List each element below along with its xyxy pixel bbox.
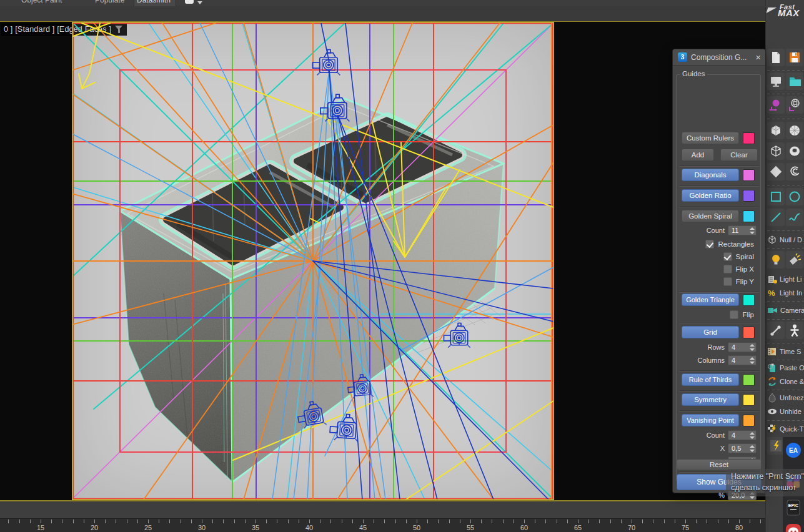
svg-text:EPIC: EPIC: [788, 503, 798, 508]
vp-count-spinner-row: Count 4: [707, 430, 757, 440]
toolbar-item-light-lister[interactable]: Light Li: [767, 273, 804, 285]
flip-checkbox-row[interactable]: Flip: [730, 310, 754, 319]
plane-icon[interactable]: [767, 163, 785, 180]
circle-shape-icon[interactable]: [786, 188, 803, 205]
vanishing-point-button[interactable]: Vanishing Point: [682, 414, 739, 426]
monitor-icon[interactable]: [767, 72, 785, 90]
save-floppy-icon[interactable]: [786, 49, 803, 66]
spinner-arrows-icon[interactable]: [750, 431, 755, 440]
toolbar-item-unfreeze[interactable]: Unfreez: [767, 392, 804, 404]
count-spinner[interactable]: 11: [728, 225, 757, 235]
custom-rulers-button[interactable]: Custom Rulers: [682, 132, 739, 144]
rule-of-thirds-button[interactable]: Rule of Thirds: [682, 373, 739, 386]
diagonals-button[interactable]: Diagonals: [682, 169, 739, 181]
timeline-tick: [438, 520, 439, 523]
spinner-arrows-icon[interactable]: [750, 343, 755, 352]
rectangles-checkbox-row[interactable]: Rectangles: [705, 240, 754, 249]
flip-x-checkbox[interactable]: [723, 265, 732, 273]
toolbar-item-unhide[interactable]: Unhide: [767, 405, 804, 418]
toolbar-item-light-include[interactable]: % Light In: [767, 287, 804, 299]
timeline-tick: [760, 520, 761, 523]
golden-triangle-color-swatch[interactable]: [743, 294, 755, 306]
new-page-icon[interactable]: [767, 49, 785, 66]
golden-spiral-button[interactable]: Golden Spiral: [682, 210, 739, 222]
custom-rulers-color-swatch[interactable]: [743, 132, 755, 144]
viewport-label[interactable]: 0 ] [Standard ] [Edged Faces ]: [1, 24, 127, 36]
spiral-checkbox[interactable]: [723, 252, 732, 261]
epic-games-app-icon[interactable]: EPIC: [785, 500, 802, 516]
vp-x-spinner[interactable]: 0,5: [728, 443, 757, 453]
golden-ratio-button[interactable]: Golden Ratio: [682, 189, 739, 202]
viewport[interactable]: 0 ] [Standard ] [Edged Faces ]: [0, 21, 765, 501]
timeline-tick: [266, 520, 267, 523]
symmetry-button[interactable]: Symmetry: [682, 393, 739, 406]
rule-of-thirds-color-swatch[interactable]: [743, 374, 755, 386]
toolbar-item-null-dummy[interactable]: Null / D: [767, 234, 804, 246]
symmetry-color-swatch[interactable]: [743, 394, 755, 406]
chevron-down-icon[interactable]: [197, 1, 202, 4]
timeline-tick: [578, 520, 578, 523]
folder-icon[interactable]: [786, 72, 803, 90]
close-icon[interactable]: ×: [755, 52, 761, 62]
globe-axes-icon[interactable]: [786, 96, 803, 114]
grid-color-swatch[interactable]: [743, 327, 755, 338]
toolbar-item-camera[interactable]: Camera: [767, 304, 804, 317]
clear-button[interactable]: Clear: [720, 149, 758, 161]
box-primitive-icon[interactable]: [767, 122, 785, 139]
timeline-tick: [73, 520, 74, 523]
geosphere-icon[interactable]: [786, 122, 803, 139]
discord-app-icon[interactable]: [785, 523, 802, 532]
flip-y-checkbox[interactable]: [723, 277, 732, 286]
golden-triangle-button[interactable]: Golden Triangle: [682, 293, 739, 306]
biped-figure-icon[interactable]: [786, 322, 803, 339]
spinner-arrows-icon[interactable]: [750, 357, 755, 365]
timeline-frame-label: 55: [467, 524, 474, 531]
toolbar-item-paste-objects[interactable]: Paste O: [767, 362, 804, 374]
spline-shape-icon[interactable]: [786, 209, 803, 226]
flip-x-checkbox-row[interactable]: Flip X: [723, 265, 754, 273]
diagonals-color-swatch[interactable]: [743, 169, 755, 181]
golden-spiral-color-swatch[interactable]: [743, 210, 755, 222]
timeline-frame-label: 20: [91, 524, 98, 531]
line-shape-icon[interactable]: [767, 209, 785, 226]
tab-object-paint[interactable]: Object Paint: [21, 0, 62, 4]
grid-button[interactable]: Grid: [682, 326, 739, 338]
flip-y-checkbox-row[interactable]: Flip Y: [723, 277, 754, 286]
pivot-point-icon[interactable]: [767, 96, 785, 114]
toolbar-item-clone-align[interactable]: Clone &: [767, 375, 804, 388]
columns-spinner[interactable]: 4: [728, 355, 757, 365]
rectangle-shape-icon[interactable]: [767, 188, 785, 205]
vp-count-spinner[interactable]: 4: [728, 430, 757, 440]
rows-spinner[interactable]: 4: [728, 342, 757, 352]
timeline-frame-label: 80: [735, 524, 743, 531]
golden-ratio-color-swatch[interactable]: [743, 190, 755, 202]
panel-titlebar[interactable]: 3 Composition G... ×: [673, 49, 765, 66]
camera-view[interactable]: [72, 22, 554, 500]
add-button[interactable]: Add: [682, 149, 714, 161]
ea-app-icon[interactable]: EA: [785, 442, 802, 458]
tab-populate[interactable]: Populate: [95, 0, 124, 4]
flip-checkbox[interactable]: [730, 310, 738, 319]
filter-funnel-icon[interactable]: [115, 26, 123, 33]
spinner-arrows-icon[interactable]: [750, 227, 755, 235]
spiral-checkbox-row[interactable]: Spiral: [723, 252, 754, 261]
rows-label: Rows: [707, 343, 725, 351]
vanishing-point-color-swatch[interactable]: [743, 415, 755, 426]
ribbon-tool-icon[interactable]: [185, 0, 194, 4]
wire-box-icon[interactable]: [767, 142, 785, 160]
torus-icon[interactable]: [786, 142, 803, 160]
toolbar-item-quick-tools[interactable]: Quick-T: [767, 423, 804, 435]
timeline-ruler[interactable]: 1520253035404550556065707580: [0, 518, 804, 532]
light-bulb-icon[interactable]: [767, 251, 785, 268]
tab-datasmith[interactable]: Datasmith: [137, 0, 171, 4]
rectangles-checkbox[interactable]: [705, 240, 714, 249]
helix-icon[interactable]: [786, 163, 803, 180]
spinner-arrows-icon[interactable]: [750, 445, 755, 453]
bone-icon[interactable]: [767, 322, 785, 339]
flip-label: Flip: [742, 311, 754, 318]
toolbar-item-time-slider[interactable]: Time S: [767, 345, 804, 358]
timeline-tick: [223, 520, 224, 523]
spotlight-icon[interactable]: [786, 251, 803, 268]
lightning-icon[interactable]: [767, 437, 785, 455]
timeline-tick: [41, 520, 41, 523]
